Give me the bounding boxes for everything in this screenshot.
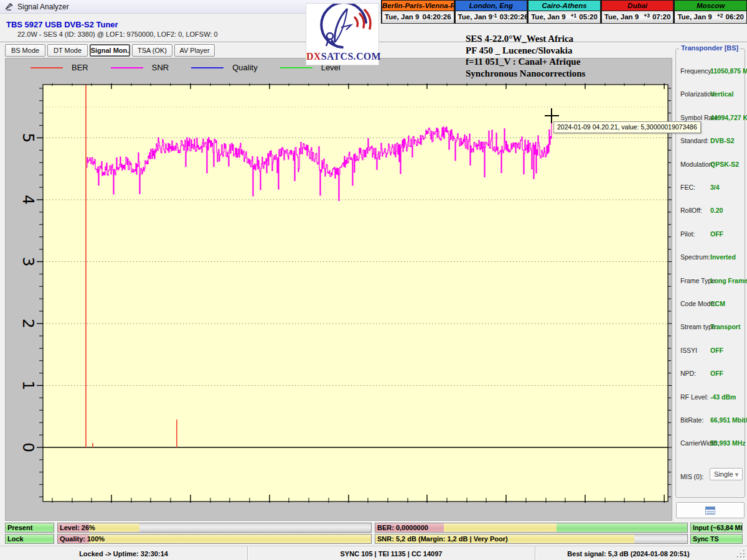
transponder-field-rolloff: RollOff:0.20 [676,207,746,215]
field-value: 3/4 [710,184,720,191]
transponder-field-code-mode: Code Mode:CCM [676,300,746,308]
field-label: RF Level: [680,393,708,401]
field-label: RollOff: [680,207,702,214]
ber-gauge: BER: 0,0000000 [375,523,688,533]
transponder-field-bitrate: BitRate:66,951 Mbit/s [676,416,746,424]
clock-times: Tue, Jan 9+307:20 [602,11,674,22]
field-value: Inverted [710,253,736,261]
svg-text:1: 1 [19,381,37,391]
field-label: Frequency: [680,67,713,75]
clock-city: Dubai [602,1,674,11]
transponder-field-standard: Standard:DVB-S2 [676,137,746,145]
field-value: 0.20 [710,207,723,214]
dxsatcs-logo: DXSATCS.COM [306,3,379,65]
status-counters: SYNC 105 | TEI 1135 | CC 14097 [247,546,535,560]
status-bar: Locked -> Uptime: 32:30:14 SYNC 105 | TE… [0,546,747,560]
clock-utc-offset: +3 [644,12,650,19]
clock-utc-offset: -1 [492,12,497,19]
quality-gauge: Quality: 100% [57,534,372,544]
clock-date: Tue, Jan 9 [531,13,565,21]
present-indicator: Present [5,523,54,533]
transponder-field-npd: NPD:OFF [676,370,746,378]
clock-times: Tue, Jan 9-103:20:26 [456,11,527,22]
svg-text:0: 0 [19,442,37,452]
clock-date: Tue, Jan 9 [458,13,492,21]
clock-time-group: 04:20:26 [423,13,451,21]
field-value: Transport [710,323,740,330]
annotation-line: Synchronous Nanocorrections [466,68,585,80]
clock-berlin-paris-vienna-roma: Berlin-Paris-Vienna-RomaTue, Jan 904:20:… [381,0,454,24]
clock-city: Berlin-Paris-Vienna-Roma [382,1,454,11]
field-value: OFF [710,347,723,354]
world-clocks: Berlin-Paris-Vienna-RomaTue, Jan 904:20:… [381,0,747,24]
gauge-segment-green [557,523,687,532]
tab-bar: BS ModeDT ModeSignal Mon.TSA (OK)AV Play… [5,44,215,57]
field-value: Vertical [710,90,733,98]
svg-text:2: 2 [19,319,37,329]
tab-tsa-ok[interactable]: TSA (OK) [132,44,172,57]
field-value: 11050,875 MHz [710,67,747,75]
status-uptime: Locked -> Uptime: 32:30:14 [0,546,247,560]
tuner-title: TBS 5927 USB DVB-S2 Tuner [6,20,118,29]
clock-time: 03:20:26 [500,13,529,21]
field-label: Modulation: [680,161,714,168]
clock-time-group: +206:20 [717,13,744,21]
transponder-field-frequency: Frequency:11050,875 MHz [676,67,746,75]
clock-dubai: DubaiTue, Jan 9+307:20 [601,0,674,24]
logo-text: DXSATCS.COM [306,51,378,62]
field-value: 66,951 Mbit/s [710,416,747,424]
clock-time: 06:20 [726,13,744,21]
transponder-field-modulation: Modulation:QPSK-S2 [676,161,746,169]
transponder-field-symbol-rate: Symbol Rate:44994,727 KS/s [676,114,746,122]
annotation-overlay: SES 4-22.0°W_West AfricaPF 450 _ Lucenec… [466,33,585,79]
clock-time-group: +105:20 [571,13,598,21]
report-button[interactable] [676,502,745,518]
clock-utc-offset: +1 [571,12,577,19]
mis-dropdown[interactable]: Single ▼ [710,468,743,480]
chevron-down-icon: ▼ [734,469,740,480]
clock-time: 07:20 [652,13,670,21]
svg-text:4: 4 [19,195,37,205]
report-icon [705,506,715,515]
mis-selected-value: Single [714,470,733,478]
transponder-field-rf-level: RF Level:-43 dBm [676,393,746,401]
window-title: Signal Analyzer [17,2,69,11]
clock-time: 05:20 [579,13,597,21]
tab-dt-mode[interactable]: DT Mode [47,44,88,57]
tab-signal-mon[interactable]: Signal Mon. [90,44,130,57]
field-value: QPSK-S2 [710,161,739,168]
clock-time-group: +307:20 [644,13,670,21]
annotation-line: f=11 051_V : Canal+ Afrique [466,56,585,68]
transponder-field-carrierwidth: CarrierWidth:53,993 MHz [676,439,746,447]
field-value: -43 dBm [710,393,736,401]
annotation-line: SES 4-22.0°W_West Africa [466,33,585,45]
field-label: Spectrum: [680,253,710,261]
field-value: OFF [710,370,723,377]
transponder-group-title: Transponder [BS] [679,44,740,52]
signal-analyzer-icon [4,2,14,11]
clock-time: 04:20:26 [423,13,451,21]
field-label: Standard: [680,137,709,144]
transponder-field-polarization: Polarization:Vertical [676,90,746,98]
field-value: 53,993 MHz [710,439,746,447]
tab-av-player[interactable]: AV Player [174,44,215,57]
transponder-field-stream-type: Stream type:Transport [676,323,746,331]
clock-times: Tue, Jan 904:20:26 [382,11,454,22]
clock-time-group: -103:20:26 [492,13,529,21]
field-label: Pilot: [680,230,695,238]
tab-bs-mode[interactable]: BS Mode [5,44,45,57]
status-best-signal: Best signal: 5,3 dB (2024-01-08 20:51) [535,546,721,560]
gauge-segment-yellow [89,534,371,543]
clock-date: Tue, Jan 9 [385,13,419,21]
clock-city: Moscow [675,1,746,11]
resize-grip[interactable] [738,551,746,559]
transponder-field-fec: FEC:3/4 [676,184,746,192]
field-label: FEC: [680,184,695,191]
sync-ts-indicator: Sync TS [690,534,743,544]
transponder-field-frame-type: Frame Type:Long Frame [676,277,746,285]
clock-london-eng: London, EngTue, Jan 9-103:20:26 [454,0,528,24]
field-value: OFF [710,230,723,238]
level-gauge: Level: 26% [57,523,372,533]
clock-city: London, Eng [456,1,527,11]
gauge-segment-yellow [89,523,139,532]
